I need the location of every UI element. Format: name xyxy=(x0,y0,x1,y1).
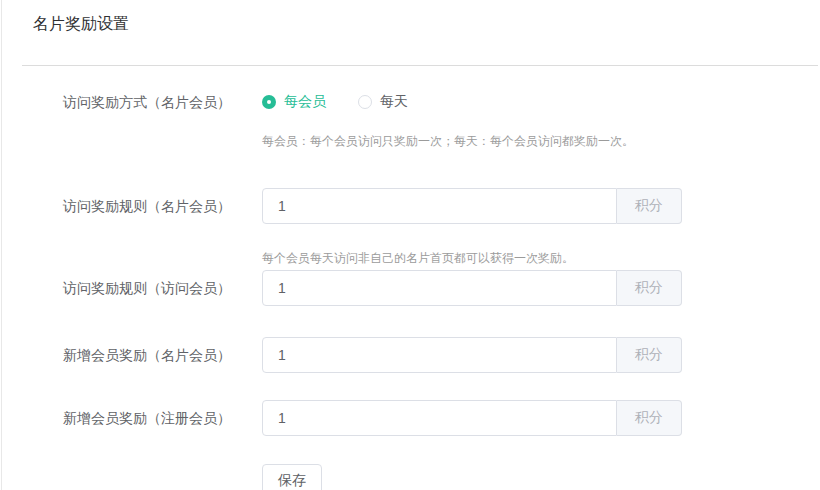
save-row: 保存 xyxy=(262,464,820,490)
save-button[interactable]: 保存 xyxy=(262,464,322,490)
points-unit-addon: 积分 xyxy=(617,270,682,306)
reward-mode-radio-group: 每会员 每天 xyxy=(262,93,408,111)
visit-reward-visitor-member-input-group: 积分 xyxy=(262,270,682,306)
visit-reward-visitor-member-label: 访问奖励规则（访问会员） xyxy=(63,278,262,298)
form-row-new-member-reward-card: 新增会员奖励（名片会员） 积分 xyxy=(0,337,820,373)
radio-unselected-icon[interactable] xyxy=(358,95,372,109)
title-divider xyxy=(22,65,818,66)
form-row-new-member-reward-registered: 新增会员奖励（注册会员） 积分 xyxy=(0,400,820,436)
form-row-visit-reward-card-member: 访问奖励规则（名片会员） 积分 xyxy=(0,188,820,224)
visit-reward-card-member-label: 访问奖励规则（名片会员） xyxy=(63,196,262,216)
visit-reward-card-member-input-group: 积分 xyxy=(262,188,682,224)
new-member-reward-card-label: 新增会员奖励（名片会员） xyxy=(63,345,262,365)
new-member-reward-card-input[interactable] xyxy=(262,337,617,373)
visit-reward-visitor-member-input[interactable] xyxy=(262,270,617,306)
points-unit-addon: 积分 xyxy=(617,400,682,436)
page-title: 名片奖励设置 xyxy=(0,0,820,33)
panel-left-border xyxy=(1,0,2,490)
points-unit-addon: 积分 xyxy=(617,337,682,373)
radio-option-per-day-label: 每天 xyxy=(380,93,408,111)
points-unit-addon: 积分 xyxy=(617,188,682,224)
form-row-reward-mode: 访问奖励方式（名片会员） 每会员 每天 xyxy=(0,92,820,112)
radio-option-per-member[interactable]: 每会员 xyxy=(262,93,326,111)
reward-mode-label: 访问奖励方式（名片会员） xyxy=(63,92,262,112)
reward-mode-helper-text: 每会员：每个会员访问只奖励一次；每天：每个会员访问都奖励一次。 xyxy=(262,134,820,148)
radio-option-per-day[interactable]: 每天 xyxy=(358,93,408,111)
form-row-visit-reward-visitor-member: 访问奖励规则（访问会员） 积分 xyxy=(0,270,820,306)
radio-option-per-member-label: 每会员 xyxy=(284,93,326,111)
radio-selected-icon[interactable] xyxy=(262,95,276,109)
new-member-reward-registered-label: 新增会员奖励（注册会员） xyxy=(63,408,262,428)
new-member-reward-registered-input-group: 积分 xyxy=(262,400,682,436)
reward-settings-form: 访问奖励方式（名片会员） 每会员 每天 每会员：每个会员访问只奖励一次；每天：每… xyxy=(0,92,820,490)
visit-reward-helper-text: 每个会员每天访问非自己的名片首页都可以获得一次奖励。 xyxy=(262,251,820,265)
new-member-reward-card-input-group: 积分 xyxy=(262,337,682,373)
new-member-reward-registered-input[interactable] xyxy=(262,400,617,436)
visit-reward-card-member-input[interactable] xyxy=(262,188,617,224)
